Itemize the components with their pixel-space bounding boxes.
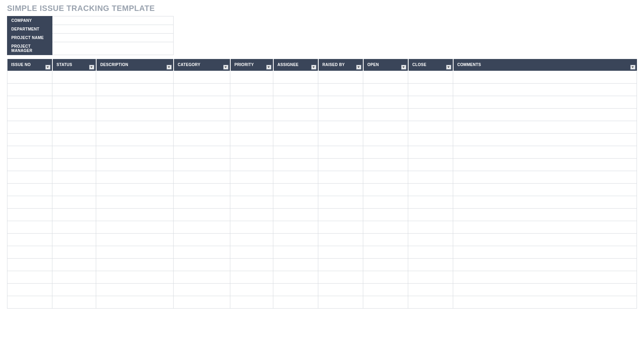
table-cell[interactable] xyxy=(363,221,408,233)
table-cell[interactable] xyxy=(318,196,363,208)
table-cell[interactable] xyxy=(318,96,363,108)
table-cell[interactable] xyxy=(273,221,318,233)
table-cell[interactable] xyxy=(453,171,637,183)
table-cell[interactable] xyxy=(174,183,230,196)
filter-dropdown-icon[interactable] xyxy=(630,65,635,70)
table-cell[interactable] xyxy=(96,121,174,133)
table-cell[interactable] xyxy=(96,71,174,83)
table-cell[interactable] xyxy=(318,183,363,196)
table-cell[interactable] xyxy=(230,146,273,158)
table-cell[interactable] xyxy=(453,121,637,133)
table-cell[interactable] xyxy=(408,71,453,83)
table-cell[interactable] xyxy=(52,221,96,233)
table-cell[interactable] xyxy=(230,83,273,96)
table-cell[interactable] xyxy=(318,83,363,96)
table-cell[interactable] xyxy=(96,108,174,121)
table-cell[interactable] xyxy=(174,121,230,133)
table-cell[interactable] xyxy=(318,233,363,246)
table-cell[interactable] xyxy=(273,171,318,183)
filter-dropdown-icon[interactable] xyxy=(45,65,50,70)
table-cell[interactable] xyxy=(7,296,52,308)
table-cell[interactable] xyxy=(363,146,408,158)
table-cell[interactable] xyxy=(52,233,96,246)
table-cell[interactable] xyxy=(453,146,637,158)
table-cell[interactable] xyxy=(7,183,52,196)
filter-dropdown-icon[interactable] xyxy=(89,65,94,70)
table-cell[interactable] xyxy=(230,246,273,258)
table-cell[interactable] xyxy=(7,196,52,208)
table-cell[interactable] xyxy=(96,221,174,233)
table-cell[interactable] xyxy=(318,121,363,133)
table-cell[interactable] xyxy=(408,133,453,146)
table-cell[interactable] xyxy=(7,71,52,83)
table-cell[interactable] xyxy=(230,171,273,183)
table-cell[interactable] xyxy=(408,221,453,233)
table-cell[interactable] xyxy=(7,158,52,171)
table-cell[interactable] xyxy=(96,233,174,246)
table-cell[interactable] xyxy=(318,296,363,308)
table-cell[interactable] xyxy=(7,258,52,271)
table-cell[interactable] xyxy=(363,71,408,83)
table-cell[interactable] xyxy=(453,83,637,96)
table-cell[interactable] xyxy=(453,233,637,246)
table-cell[interactable] xyxy=(52,183,96,196)
table-cell[interactable] xyxy=(408,171,453,183)
table-cell[interactable] xyxy=(363,96,408,108)
table-cell[interactable] xyxy=(318,158,363,171)
table-cell[interactable] xyxy=(273,71,318,83)
table-cell[interactable] xyxy=(230,108,273,121)
table-cell[interactable] xyxy=(273,196,318,208)
table-cell[interactable] xyxy=(52,108,96,121)
table-cell[interactable] xyxy=(273,233,318,246)
table-cell[interactable] xyxy=(7,208,52,221)
table-cell[interactable] xyxy=(174,83,230,96)
table-cell[interactable] xyxy=(318,171,363,183)
table-cell[interactable] xyxy=(453,246,637,258)
table-cell[interactable] xyxy=(363,246,408,258)
table-cell[interactable] xyxy=(7,83,52,96)
table-cell[interactable] xyxy=(273,283,318,296)
table-cell[interactable] xyxy=(273,208,318,221)
table-cell[interactable] xyxy=(273,183,318,196)
table-cell[interactable] xyxy=(273,121,318,133)
table-cell[interactable] xyxy=(408,96,453,108)
table-cell[interactable] xyxy=(174,258,230,271)
filter-dropdown-icon[interactable] xyxy=(311,65,316,70)
table-cell[interactable] xyxy=(96,296,174,308)
table-cell[interactable] xyxy=(174,96,230,108)
filter-dropdown-icon[interactable] xyxy=(167,65,172,70)
table-cell[interactable] xyxy=(174,208,230,221)
table-cell[interactable] xyxy=(96,133,174,146)
info-value-cell[interactable] xyxy=(52,34,174,42)
table-cell[interactable] xyxy=(174,221,230,233)
table-cell[interactable] xyxy=(273,96,318,108)
table-cell[interactable] xyxy=(273,146,318,158)
table-cell[interactable] xyxy=(408,183,453,196)
table-cell[interactable] xyxy=(52,246,96,258)
table-cell[interactable] xyxy=(52,158,96,171)
table-cell[interactable] xyxy=(408,246,453,258)
table-cell[interactable] xyxy=(230,158,273,171)
table-cell[interactable] xyxy=(453,158,637,171)
table-cell[interactable] xyxy=(52,71,96,83)
table-cell[interactable] xyxy=(408,296,453,308)
table-cell[interactable] xyxy=(7,221,52,233)
table-cell[interactable] xyxy=(408,283,453,296)
table-cell[interactable] xyxy=(453,133,637,146)
table-cell[interactable] xyxy=(52,96,96,108)
table-cell[interactable] xyxy=(174,171,230,183)
table-cell[interactable] xyxy=(174,296,230,308)
table-cell[interactable] xyxy=(273,133,318,146)
table-cell[interactable] xyxy=(230,258,273,271)
table-cell[interactable] xyxy=(453,271,637,283)
table-cell[interactable] xyxy=(174,246,230,258)
table-cell[interactable] xyxy=(96,171,174,183)
table-cell[interactable] xyxy=(96,258,174,271)
table-cell[interactable] xyxy=(363,108,408,121)
table-cell[interactable] xyxy=(174,196,230,208)
table-cell[interactable] xyxy=(408,208,453,221)
table-cell[interactable] xyxy=(453,258,637,271)
table-cell[interactable] xyxy=(408,158,453,171)
table-cell[interactable] xyxy=(230,196,273,208)
table-cell[interactable] xyxy=(230,283,273,296)
